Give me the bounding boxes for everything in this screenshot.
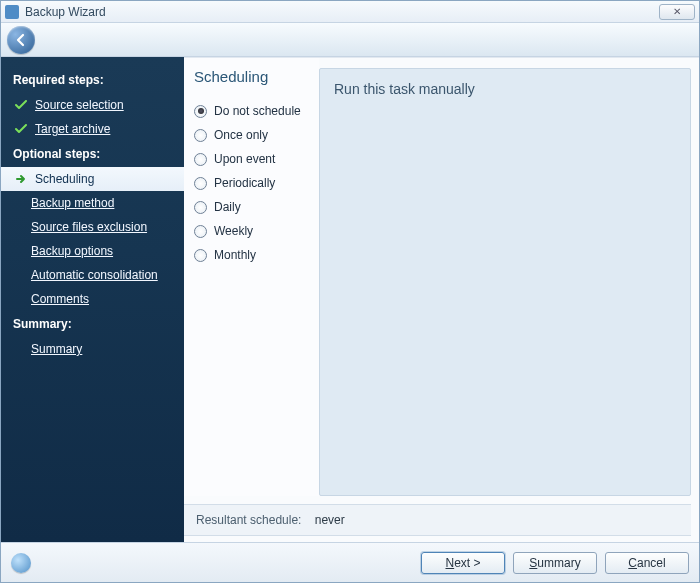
scheduling-heading: Scheduling [194, 68, 313, 85]
arrow-left-icon [14, 33, 28, 47]
radio-label: Daily [214, 200, 241, 214]
radio-label: Once only [214, 128, 268, 142]
sidebar-header-required: Required steps: [1, 67, 184, 93]
sidebar-link-auto-consolidation[interactable]: Automatic consolidation [31, 268, 158, 282]
summary-button[interactable]: Summary [513, 552, 597, 574]
sidebar-link-target-archive[interactable]: Target archive [35, 122, 110, 136]
radio-weekly[interactable]: Weekly [194, 219, 313, 243]
window-title: Backup Wizard [25, 5, 106, 19]
backup-wizard-window: Backup Wizard ✕ Required steps: Source s… [0, 0, 700, 583]
sidebar: Required steps: Source selection Target … [1, 57, 184, 542]
radio-dot-icon [194, 129, 207, 142]
check-icon [15, 100, 27, 110]
sidebar-item-comments[interactable]: Comments [1, 287, 184, 311]
sidebar-header-summary: Summary: [1, 311, 184, 337]
next-button[interactable]: Next > [421, 552, 505, 574]
sidebar-item-scheduling[interactable]: Scheduling [1, 167, 185, 191]
app-icon [5, 5, 19, 19]
main-panel: Scheduling Do not schedule Once only Upo… [184, 57, 699, 542]
radio-label: Monthly [214, 248, 256, 262]
scheduling-description-panel: Run this task manually [319, 68, 691, 496]
toolbar [1, 23, 699, 57]
sidebar-item-summary[interactable]: Summary [1, 337, 184, 361]
sidebar-link-source-exclusion[interactable]: Source files exclusion [31, 220, 147, 234]
arrow-right-icon [15, 173, 27, 185]
sidebar-item-backup-options[interactable]: Backup options [1, 239, 184, 263]
sidebar-item-target-archive[interactable]: Target archive [1, 117, 184, 141]
radio-do-not-schedule[interactable]: Do not schedule [194, 99, 313, 123]
radio-label: Do not schedule [214, 104, 301, 118]
radio-periodically[interactable]: Periodically [194, 171, 313, 195]
sidebar-link-summary[interactable]: Summary [31, 342, 82, 356]
check-icon [15, 124, 27, 134]
radio-upon-event[interactable]: Upon event [194, 147, 313, 171]
resultant-schedule-bar: Resultant schedule: never [184, 504, 691, 536]
sidebar-link-backup-method[interactable]: Backup method [31, 196, 114, 210]
radio-label: Periodically [214, 176, 275, 190]
radio-dot-icon [194, 249, 207, 262]
radio-dot-icon [194, 105, 207, 118]
footer: Next > Summary Cancel [1, 542, 699, 582]
resultant-label: Resultant schedule: [196, 513, 301, 527]
radio-once-only[interactable]: Once only [194, 123, 313, 147]
help-icon[interactable] [11, 553, 31, 573]
radio-dot-icon [194, 201, 207, 214]
sidebar-link-source-selection[interactable]: Source selection [35, 98, 124, 112]
sidebar-link-scheduling[interactable]: Scheduling [35, 172, 94, 186]
radio-dot-icon [194, 225, 207, 238]
radio-label: Weekly [214, 224, 253, 238]
radio-dot-icon [194, 177, 207, 190]
titlebar: Backup Wizard ✕ [1, 1, 699, 23]
radio-dot-icon [194, 153, 207, 166]
cancel-button[interactable]: Cancel [605, 552, 689, 574]
back-button[interactable] [7, 26, 35, 54]
sidebar-item-auto-consolidation[interactable]: Automatic consolidation [1, 263, 184, 287]
sidebar-item-backup-method[interactable]: Backup method [1, 191, 184, 215]
resultant-value: never [315, 513, 345, 527]
sidebar-link-comments[interactable]: Comments [31, 292, 89, 306]
scheduling-description-text: Run this task manually [334, 81, 676, 97]
radio-label: Upon event [214, 152, 275, 166]
scheduling-options-column: Scheduling Do not schedule Once only Upo… [184, 58, 319, 496]
radio-monthly[interactable]: Monthly [194, 243, 313, 267]
sidebar-link-backup-options[interactable]: Backup options [31, 244, 113, 258]
radio-daily[interactable]: Daily [194, 195, 313, 219]
close-icon: ✕ [673, 6, 681, 17]
next-button-rest: ext > [454, 556, 480, 570]
sidebar-header-optional: Optional steps: [1, 141, 184, 167]
close-button[interactable]: ✕ [659, 4, 695, 20]
sidebar-item-source-exclusion[interactable]: Source files exclusion [1, 215, 184, 239]
sidebar-item-source-selection[interactable]: Source selection [1, 93, 184, 117]
